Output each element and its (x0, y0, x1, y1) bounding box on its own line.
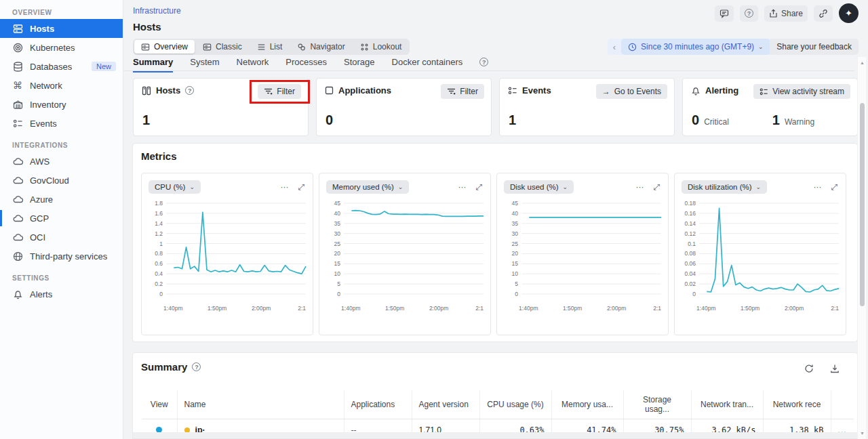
disk-used-chart-plot[interactable]: 4540353025201510501:40pm1:50pm2:00pm2:1 (501, 195, 668, 325)
view-classic[interactable]: Classic (196, 40, 249, 54)
col-agent-version[interactable]: Agent version (412, 390, 479, 419)
tab-system[interactable]: System (190, 57, 219, 70)
svg-text:1.4: 1.4 (155, 220, 163, 227)
disk-utilization-metric-selector[interactable]: Disk utilization (%) ⌄ (682, 180, 767, 194)
sidebar-item-events[interactable]: Events (0, 114, 123, 133)
scroll-up-arrow[interactable]: ▲ (858, 60, 867, 65)
tab-docker-containers[interactable]: Docker containers (392, 57, 463, 70)
time-range-label: Since 30 minutes ago (GMT+9) (641, 42, 754, 51)
applications-filter-button[interactable]: Filter (441, 84, 484, 99)
sidebar-item-oci[interactable]: OCI (0, 228, 123, 247)
col-network-transmitted[interactable]: Network tran... (691, 390, 763, 419)
tab-storage[interactable]: Storage (344, 57, 375, 70)
sidebar-item-kubernetes[interactable]: Kubernetes (0, 38, 123, 57)
share-button[interactable]: Share (764, 5, 808, 22)
memory-chart-plot[interactable]: 4540353025201510501:40pm1:50pm2:00pm2:1 (323, 195, 490, 325)
more-options-icon[interactable]: ··· (280, 182, 288, 192)
svg-text:10: 10 (512, 270, 519, 277)
col-cpu-usage[interactable]: CPU usage (%) (479, 390, 551, 419)
chevron-down-icon: ⌄ (398, 184, 403, 190)
filter-label: Filter (277, 87, 295, 96)
sidebar-item-hosts[interactable]: Hosts (0, 19, 123, 38)
clock-icon (628, 43, 637, 51)
expand-icon[interactable]: ⤢ (831, 182, 837, 192)
sidebar-item-databases[interactable]: Databases New (0, 57, 123, 76)
page-scrollbar[interactable]: ▲ ▼ (857, 57, 866, 439)
sidebar-item-label: OCI (30, 232, 45, 243)
feedback-comment-button[interactable] (715, 5, 734, 22)
more-options-icon[interactable]: ··· (635, 182, 644, 192)
sidebar-item-aws[interactable]: AWS (0, 152, 123, 171)
database-icon (12, 62, 23, 72)
bell-icon (12, 289, 23, 299)
cpu-metric-selector[interactable]: CPU (%) ⌄ (149, 180, 201, 194)
hosts-card-icon (142, 86, 151, 96)
help-button[interactable]: ? (740, 5, 758, 22)
more-options-icon[interactable]: ··· (813, 182, 821, 192)
more-options-icon[interactable]: ··· (458, 182, 466, 192)
sidebar-item-gcp[interactable]: GCP (0, 209, 123, 228)
go-to-events-button[interactable]: → Go to Events (596, 84, 667, 99)
memory-metric-selector[interactable]: Memory used (%) ⌄ (326, 180, 409, 194)
col-storage-usage[interactable]: Storage usag... (623, 390, 691, 419)
filter-label: Filter (460, 87, 478, 96)
hosts-count: 1 (142, 112, 150, 128)
svg-text:2:1: 2:1 (653, 305, 661, 312)
col-network-received[interactable]: Network rece (763, 390, 831, 419)
chart-title: Memory used (%) (332, 183, 394, 191)
stat-cards-row: Hosts ? Filter 1 Applications Filter 0 (133, 78, 858, 136)
col-memory-usage[interactable]: Memory usa... (551, 390, 623, 419)
svg-text:1:40pm: 1:40pm (341, 305, 360, 312)
sidebar-item-inventory[interactable]: Inventory (0, 95, 123, 114)
scroll-down-arrow[interactable]: ▼ (858, 431, 867, 436)
sidebar-item-label: Third-party services (30, 251, 107, 262)
sidebar-item-azure[interactable]: Azure (0, 190, 123, 209)
go-to-events-label: Go to Events (614, 87, 661, 96)
col-applications[interactable]: Applications (344, 390, 412, 419)
sidebar-item-label: Hosts (30, 24, 54, 34)
sidebar-item-network[interactable]: ⌘ Network (0, 76, 123, 95)
cloud-icon (12, 194, 23, 205)
view-activity-stream-button[interactable]: View activity stream (753, 84, 850, 99)
svg-text:15: 15 (512, 260, 519, 267)
tab-processes[interactable]: Processes (285, 57, 327, 70)
breadcrumb[interactable]: Infrastructure (133, 6, 181, 16)
col-name[interactable]: Name (177, 390, 344, 419)
view-activity-stream-label: View activity stream (772, 87, 844, 96)
critical-label: Critical (704, 117, 729, 127)
scrollbar-thumb[interactable] (860, 103, 865, 306)
svg-text:25: 25 (512, 241, 519, 247)
copy-link-button[interactable] (814, 5, 833, 22)
download-icon[interactable] (830, 364, 840, 373)
col-view[interactable]: View (142, 390, 177, 419)
share-feedback-button[interactable]: Share your feedback (770, 39, 859, 55)
time-range-selector[interactable]: Since 30 minutes ago (GMT+9) ⌄ (621, 39, 770, 55)
tab-network[interactable]: Network (237, 57, 269, 70)
svg-text:1:50pm: 1:50pm (208, 305, 226, 312)
summary-help-icon[interactable]: ? (192, 362, 201, 371)
cpu-chart-plot[interactable]: 1.81.61.41.210.80.60.40.201:40pm1:50pm2:… (146, 195, 313, 325)
expand-icon[interactable]: ⤢ (475, 182, 482, 192)
disk-used-metric-selector[interactable]: Disk used (%) ⌄ (504, 180, 574, 194)
view-list[interactable]: List (250, 40, 290, 54)
expand-icon[interactable]: ⤢ (298, 182, 304, 192)
hosts-card-title: Hosts (156, 85, 180, 96)
refresh-icon[interactable] (804, 364, 814, 373)
hosts-filter-button[interactable]: Filter (258, 84, 301, 99)
globe-icon (12, 251, 23, 262)
hosts-help-icon[interactable]: ? (185, 86, 194, 95)
sidebar-item-govcloud[interactable]: GovCloud (0, 171, 123, 190)
view-navigator[interactable]: Navigator (290, 40, 351, 54)
sidebar-item-third-party-services[interactable]: Third-party services (0, 247, 123, 266)
svg-text:1:50pm: 1:50pm (563, 305, 582, 312)
time-back-button[interactable]: ‹ (608, 42, 621, 52)
view-overview[interactable]: Overview (134, 40, 195, 54)
disk-utilization-chart-plot[interactable]: 0.180.160.140.120.10.080.060.040.0201:40… (679, 195, 846, 325)
view-lookout[interactable]: Lookout (353, 40, 409, 54)
bits-ai-button[interactable]: ✦ (839, 3, 859, 23)
tabs-help-icon[interactable]: ? (479, 58, 488, 66)
sidebar-item-alerts[interactable]: Alerts (0, 285, 123, 304)
kubernetes-icon (12, 43, 23, 53)
sidebar-item-label: GCP (30, 213, 49, 224)
expand-icon[interactable]: ⤢ (653, 182, 660, 192)
